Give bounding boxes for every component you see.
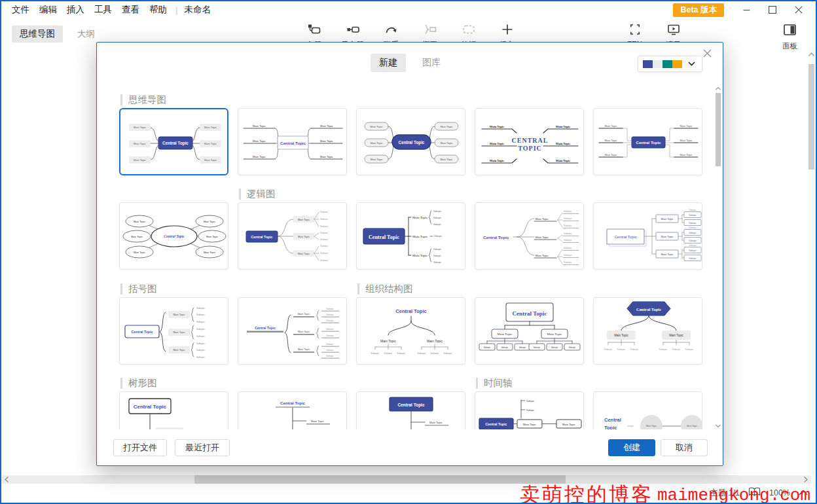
svg-text:Subtopic: Subtopic <box>526 409 535 412</box>
svg-text:Subtopic: Subtopic <box>564 225 572 227</box>
recent-open-button[interactable]: 最近打开 <box>175 439 230 456</box>
svg-text:Main Topic: Main Topic <box>440 125 452 128</box>
svg-text:Main Topic: Main Topic <box>604 153 617 156</box>
template-card-br-box[interactable]: Central TopicMain TopicSubtopicSubtopicS… <box>119 297 228 365</box>
menu-items: 文件编辑插入工具查看帮助 <box>12 4 177 16</box>
svg-text:Central Topic: Central Topic <box>369 234 399 240</box>
template-card-tl-circles[interactable]: CentralTopicMain TopicMain Topic <box>593 391 702 431</box>
dialog-tab-gallery[interactable]: 图库 <box>414 54 449 72</box>
main-horizontal-scrollbar[interactable] <box>1 475 811 484</box>
cancel-button[interactable]: 取消 <box>661 439 708 456</box>
zoom-level[interactable]: 100% <box>769 488 790 497</box>
svg-text:Subtopic: Subtopic <box>689 244 697 247</box>
relationship-icon <box>384 22 399 39</box>
svg-text:Main Topic: Main Topic <box>440 158 452 161</box>
svg-text:Central Topic: Central Topic <box>395 308 426 314</box>
scroll-up-icon[interactable] <box>715 84 721 92</box>
svg-text:Main Topic: Main Topic <box>253 139 266 143</box>
svg-text:Subtopic: Subtopic <box>564 232 572 235</box>
template-card-mm-filled[interactable]: Main TopicMain TopicMain TopicMain Topic… <box>119 108 228 175</box>
main-vertical-scrollbar[interactable] <box>808 47 815 474</box>
svg-text:Main Topic: Main Topic <box>206 236 218 238</box>
dialog-tab-new[interactable]: 新建 <box>371 54 406 72</box>
svg-text:Central Topic: Central Topic <box>162 141 189 146</box>
template-card-br-text[interactable]: Central TopicMain TopicSubtopicSubtopicS… <box>238 297 347 365</box>
svg-text:Main Topic: Main Topic <box>680 139 692 142</box>
template-card-mm-outline[interactable]: Main TopicMain TopicMain TopicMain Topic… <box>238 108 347 175</box>
svg-text:Main Topic: Main Topic <box>536 254 549 257</box>
panel-icon <box>782 22 798 41</box>
svg-text:Subtopic: Subtopic <box>617 348 626 351</box>
dialog-scrollbar[interactable] <box>715 84 721 430</box>
mode-tab-outline[interactable]: 大纲 <box>69 26 103 43</box>
template-card-tr-filled[interactable]: Central TopicMain Topic <box>356 391 465 431</box>
svg-text:Subtopic: Subtopic <box>689 240 697 242</box>
template-card-org-text[interactable]: Central TopicMain TopicSubtopicSubtopicS… <box>356 297 465 365</box>
svg-text:Main Topic: Main Topic <box>523 423 536 426</box>
svg-text:Central Topic: Central Topic <box>399 140 425 145</box>
template-card-org-filled[interactable]: Central TopicMain TopicSubtopicSubtopicS… <box>593 297 702 365</box>
horizontal-scroll-thumb[interactable] <box>194 475 566 484</box>
svg-text:Main Topic: Main Topic <box>669 334 683 337</box>
template-card-lg-bold[interactable]: Central TopicMain TopicMain TopicMain To… <box>356 202 465 270</box>
watermark-cn: 卖萌控的博客 <box>520 481 653 504</box>
menu-item-edit[interactable]: 编辑 <box>39 4 57 16</box>
menu-item-help[interactable]: 帮助 <box>149 4 167 16</box>
category-label: 思维导图 <box>120 94 166 105</box>
notes-book-icon[interactable] <box>748 487 761 499</box>
scroll-up-icon[interactable] <box>808 50 815 59</box>
svg-text:Main Topic: Main Topic <box>490 142 504 145</box>
menu-item-tools[interactable]: 工具 <box>94 4 112 16</box>
template-card-lg-gray[interactable]: Central TopicMain TopicSubtopicSubtopicS… <box>238 202 347 270</box>
svg-text:Subtopic: Subtopic <box>433 255 442 257</box>
template-card-org-box[interactable]: Central TopicMain TopicSubtopicSubtopicS… <box>475 297 584 365</box>
dialog-scroll-thumb[interactable] <box>716 93 721 166</box>
svg-text:Main Topic: Main Topic <box>370 158 382 161</box>
menu-item-file[interactable]: 文件 <box>12 4 29 16</box>
template-card-tr-text[interactable]: Central TopicMain Topic <box>238 391 347 431</box>
svg-text:Subtopic: Subtopic <box>551 346 558 349</box>
svg-text:Main Topic: Main Topic <box>661 253 673 256</box>
svg-text:Central: Central <box>604 417 621 423</box>
menu-item-insert[interactable]: 插入 <box>67 4 84 16</box>
template-card-tr-box[interactable]: Central TopicMain Topic <box>119 391 228 431</box>
svg-text:Subtopic: Subtopic <box>320 245 329 247</box>
maximize-button[interactable] <box>759 2 786 18</box>
open-file-button[interactable]: 打开文件 <box>113 439 167 456</box>
svg-text:Main Topic: Main Topic <box>298 313 310 315</box>
svg-text:Subtopic: Subtopic <box>689 209 697 211</box>
template-card-mm-ellipse[interactable]: Central TopicMain TopicMain TopicMain To… <box>119 202 228 270</box>
svg-text:Main Topic: Main Topic <box>680 124 692 128</box>
template-card-lg-text[interactable]: Central TopicMain TopicSubtopicSubtopicS… <box>475 202 584 270</box>
template-card-lg-boxes[interactable]: Central TopicMain TopicSubtopicSubtopicS… <box>593 202 702 270</box>
svg-text:Main Topic: Main Topic <box>536 236 549 239</box>
svg-text:Main Topic: Main Topic <box>661 235 673 238</box>
svg-text:Central Topic: Central Topic <box>164 234 185 238</box>
panel-tool[interactable]: 面板 <box>771 22 809 51</box>
close-button[interactable] <box>786 2 812 18</box>
svg-text:Central Topic: Central Topic <box>255 326 276 330</box>
template-card-tl-filled[interactable]: SubtopicSubtopicCentral TopicMain TopicM… <box>475 391 584 431</box>
template-card-mm-caps[interactable]: CENTRALTOPICMain TopicMain TopicMain Top… <box>475 108 584 175</box>
vertical-scroll-thumb[interactable] <box>808 64 814 170</box>
svg-text:Main Topic: Main Topic <box>556 125 570 128</box>
svg-text:Central Topic: Central Topic <box>280 401 306 405</box>
menu-item-view[interactable]: 查看 <box>122 4 139 16</box>
template-card-mm-pill[interactable]: Main TopicMain TopicMain TopicMain Topic… <box>356 108 465 175</box>
minimize-button[interactable] <box>733 2 759 18</box>
svg-text:Central Topic: Central Topic <box>513 310 547 317</box>
svg-text:Main Topic: Main Topic <box>134 221 145 223</box>
beta-badge: Beta 版本 <box>673 3 724 17</box>
template-card-mm-box[interactable]: Main TopicMain TopicMain TopicMain Topic… <box>593 108 702 175</box>
chevron-up-icon[interactable] <box>799 488 808 497</box>
svg-text:Subtopic: Subtopic <box>196 328 205 331</box>
svg-text:Main Topic: Main Topic <box>173 349 185 351</box>
theme-color-select[interactable] <box>638 56 702 72</box>
create-button[interactable]: 创建 <box>608 439 655 456</box>
menu-bar: 文件编辑插入工具查看帮助 | 未命名 Beta 版本 <box>1 1 816 18</box>
mode-tab-mindmap[interactable]: 思维导图 <box>12 26 63 43</box>
summary-icon <box>423 22 437 39</box>
scroll-right-icon[interactable] <box>801 475 811 484</box>
scroll-left-icon[interactable] <box>1 475 12 484</box>
category-label: 时间轴 <box>476 378 513 389</box>
